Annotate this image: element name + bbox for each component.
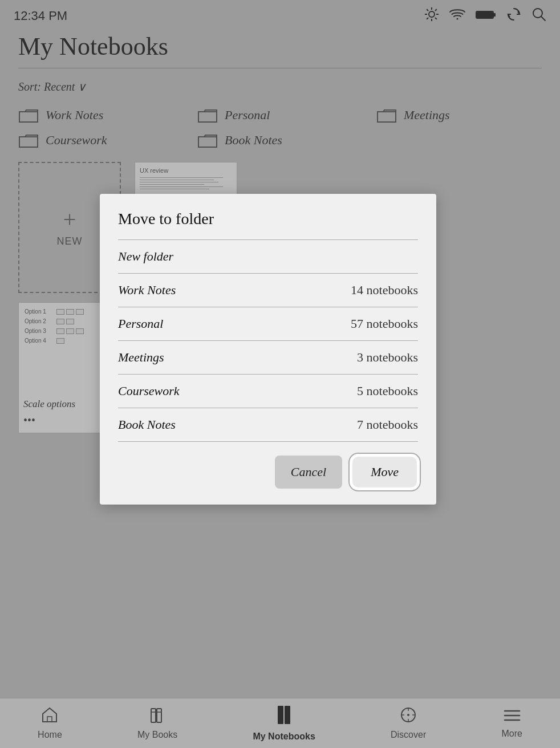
modal-item-count-book-notes: 7 notebooks xyxy=(357,417,418,432)
modal-overlay[interactable]: Move to folder New folder Work Notes 14 … xyxy=(0,0,560,748)
new-folder-item[interactable]: New folder xyxy=(118,240,418,274)
modal-item-coursework[interactable]: Coursework 5 notebooks xyxy=(118,375,418,408)
modal-item-name-work-notes: Work Notes xyxy=(118,283,176,298)
modal-item-name-personal: Personal xyxy=(118,316,163,331)
cancel-button[interactable]: Cancel xyxy=(275,456,342,489)
modal-buttons: Cancel Move xyxy=(118,456,418,489)
modal-item-count-personal: 57 notebooks xyxy=(351,316,418,331)
modal-item-count-meetings: 3 notebooks xyxy=(357,350,418,365)
modal-item-book-notes[interactable]: Book Notes 7 notebooks xyxy=(118,408,418,442)
modal-item-personal[interactable]: Personal 57 notebooks xyxy=(118,307,418,341)
move-button[interactable]: Move xyxy=(351,456,418,489)
modal-item-count-work-notes: 14 notebooks xyxy=(351,283,418,298)
modal-item-meetings[interactable]: Meetings 3 notebooks xyxy=(118,341,418,375)
modal-item-count-coursework: 5 notebooks xyxy=(357,384,418,399)
modal-item-name-coursework: Coursework xyxy=(118,384,180,399)
modal-item-name-meetings: Meetings xyxy=(118,350,164,365)
new-folder-label: New folder xyxy=(118,249,173,263)
modal-item-name-book-notes: Book Notes xyxy=(118,417,176,432)
modal-title: Move to folder xyxy=(118,210,418,228)
modal-item-work-notes[interactable]: Work Notes 14 notebooks xyxy=(118,274,418,307)
move-to-folder-dialog: Move to folder New folder Work Notes 14 … xyxy=(100,194,436,505)
